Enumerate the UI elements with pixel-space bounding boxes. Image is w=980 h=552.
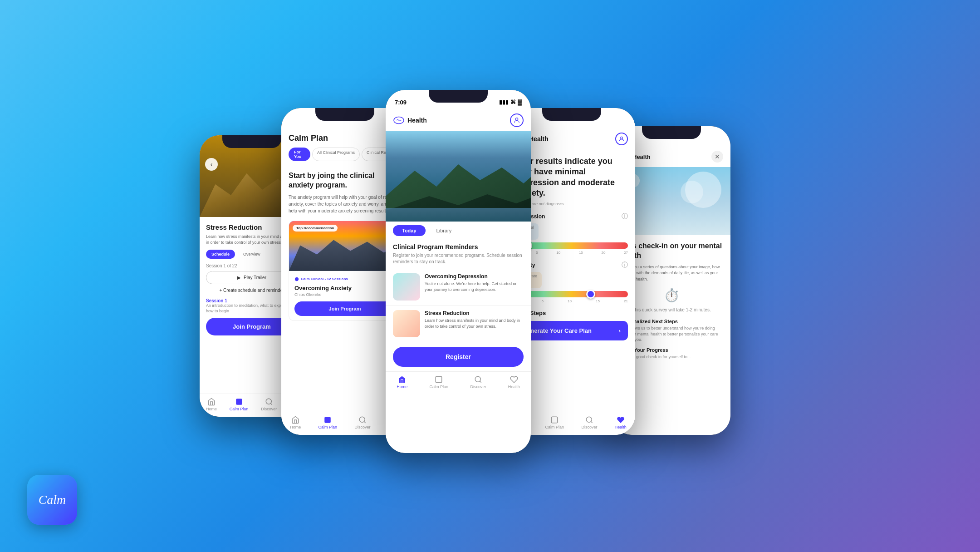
generate-care-plan-button[interactable]: Generate Your Care Plan › [515,321,628,340]
prog-info-1: Overcoming Depression You're not alone. … [425,273,524,292]
nav-discover-label-2: Discover [354,425,370,429]
join-program-button-2[interactable]: Join Program [294,301,395,316]
nav-discover-4[interactable]: Discover [581,416,597,429]
svg-line-17 [591,421,592,423]
anxiety-section: Anxiety ⓘ Moderate 14 0 5 [515,261,628,303]
calm-app-icon: Calm [27,475,77,525]
nav-calm-plan-2[interactable]: Calm Plan [318,416,338,429]
nav-discover-2[interactable]: Discover [354,416,370,429]
program-card-1: Overcoming Depression You're not alone. … [386,269,531,306]
tab-for-you[interactable]: For You [289,148,310,161]
app-screen-3: 7:09 ▮▮▮ ⌘ ▓ Health [386,90,531,453]
nav-calm-plan-3[interactable]: Calm Plan [430,375,449,389]
nav-home-3[interactable]: Home [397,375,407,389]
svg-point-16 [586,417,592,422]
prog-thumb-2 [393,310,420,337]
svg-rect-10 [436,376,442,383]
nav-calm-plan-1[interactable]: Calm Plan [230,398,249,411]
water-3 [386,208,531,222]
nav-calm-plan-label-1: Calm Plan [230,407,249,411]
avatar-4[interactable] [615,133,628,145]
svg-rect-15 [552,417,558,423]
top-recommendation-badge: Top Recommendation [293,225,338,232]
avatar-3[interactable] [510,113,524,127]
hero-3 [386,131,531,222]
svg-rect-0 [236,399,242,405]
logo-text-3: Health [407,117,427,124]
nav-home-label-3: Home [397,384,407,389]
nav-health-label-4: Health [615,425,627,429]
battery-icon: ▓ [518,99,522,105]
status-icons-3: ▮▮▮ ⌘ ▓ [499,99,522,105]
svg-line-7 [364,421,365,423]
prog-desc-2: Learn how stress manifests in your mind … [425,318,524,329]
svg-point-6 [359,417,365,422]
body-5: I'll ask you a series of questions about… [620,264,723,283]
card-body: Calm Clinical • 12 Sessions ··· Overcomi… [289,271,401,320]
phone-3: 7:09 ▮▮▮ ⌘ ▓ Health [386,90,531,453]
feature-2: Track Your Progress This is a good check… [620,347,723,360]
anxiety-header: Anxiety ⓘ [515,261,628,269]
time-3: 7:09 [395,99,407,106]
card-meta: Calm Clinical • 12 Sessions ··· [294,276,395,283]
feature-desc-2: This is a good check-in for yourself to.… [620,354,723,360]
card-image: Top Recommendation [289,221,401,271]
feature-1: Personalized Next Steps This allows us t… [620,319,723,343]
nav-health-3[interactable]: Health [508,375,520,389]
nav-home-label-1: Home [206,407,217,411]
depression-header: Depression ⓘ [515,212,628,221]
anxiety-marker [586,290,595,299]
tab-overview[interactable]: Overview [238,250,266,259]
notch-1 [222,135,281,148]
svg-rect-5 [325,417,331,423]
nav-discover-3[interactable]: Discover [470,375,486,389]
tab-today[interactable]: Today [393,225,426,236]
card-program-name: Overcoming Anxiety [294,285,395,291]
headline-4: Your results indicate you may have minim… [515,156,628,199]
nav-calm-plan-4[interactable]: Calm Plan [545,416,564,429]
calm-wordmark: Calm [39,493,66,507]
prog-desc-1: You're not alone. We're here to help. Ge… [425,281,524,292]
chevron-right-icon: › [619,327,621,334]
svg-line-2 [270,403,272,404]
anxiety-bar-labels: 0 5 10 15 21 [515,299,628,303]
nav-calm-plan-label-3: Calm Plan [430,384,449,389]
calm-icon-3 [393,116,405,125]
disclaimer-4: *Results are not diagnoses [515,202,628,206]
nav-home-2[interactable]: Home [290,416,301,429]
nav-health-4[interactable]: Health [615,416,627,429]
timer-icon-area: ⏱️ [620,288,723,303]
notch-5 [642,126,701,139]
recommendation-card: Top Recommendation Calm Clinical • 12 Se… [289,221,401,321]
prog-title-2: Stress Reduction [425,310,524,316]
nav-discover-label-1: Discover [261,407,277,411]
nav-discover-1[interactable]: Discover [261,398,277,411]
svg-point-9 [515,118,518,120]
play-trailer-label: Play Trailer [244,275,266,280]
bottom-nav-3: Home Calm Plan Discover Health [386,371,531,394]
nav-home-1[interactable]: Home [206,398,217,411]
nav-calm-plan-label-2: Calm Plan [318,425,338,429]
signal-icon: ▮▮▮ [499,99,509,105]
bubble-2 [681,181,703,203]
screen-title-2: Calm Plan [289,133,328,143]
anxiety-info-icon[interactable]: ⓘ [622,261,628,269]
back-button[interactable]: ‹ [205,158,218,171]
register-button[interactable]: Register [393,347,524,367]
nav-health-label-3: Health [508,384,520,389]
depression-info-icon[interactable]: ⓘ [622,212,628,221]
feature-title-2: Track Your Progress [620,347,723,353]
card-badge-text: Calm Clinical • 12 Sessions [301,277,348,281]
depression-bar-labels: 0 5 10 15 20 27 [515,251,628,255]
svg-point-14 [621,137,623,139]
tab-library[interactable]: Library [427,225,461,236]
headline-5: Let's check-in on your mental health [620,242,723,261]
depression-bar [515,242,628,249]
tabs-3: Today Library [386,222,531,240]
wifi-icon: ⌘ [510,99,516,105]
svg-line-12 [480,381,481,382]
tab-all-clinical[interactable]: All Clinical Programs [312,148,360,161]
depression-section: Depression ⓘ Minimal 3 0 5 [515,212,628,255]
tab-schedule[interactable]: Schedule [206,250,235,259]
close-button[interactable]: ✕ [711,151,723,163]
